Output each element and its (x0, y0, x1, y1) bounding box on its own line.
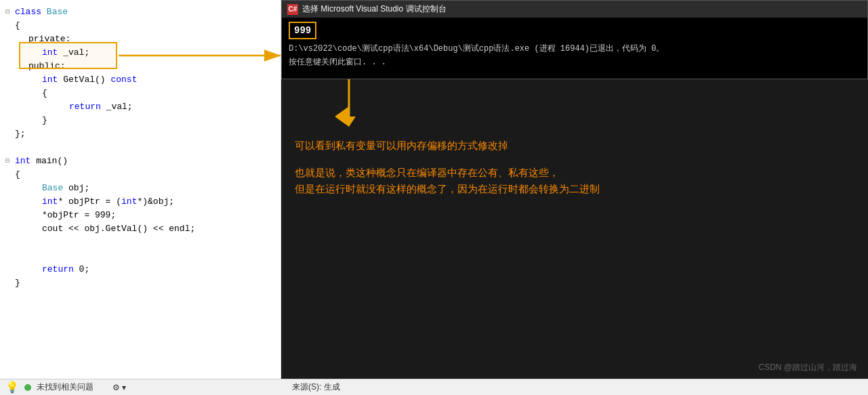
collapse-icon[interactable]: ⊟ (5, 154, 15, 168)
code-text: *objPtr = 999; (15, 209, 278, 222)
code-line: { (0, 168, 281, 182)
down-arrow-container (335, 79, 363, 130)
console-icon: C# (287, 4, 298, 15)
code-text (15, 141, 278, 154)
annotation-block: 可以看到私有变量可以用内存偏移的方式修改掉 (295, 138, 854, 154)
console-path: D:\vs2022\code\测试cpp语法\x64\Debug\测试cpp语法… (289, 42, 861, 56)
console-body: 999 D:\vs2022\code\测试cpp语法\x64\Debug\测试c… (282, 18, 867, 79)
code-text: cout << obj.GetVal() << endl; (15, 222, 278, 236)
collapse-icon (5, 114, 15, 127)
code-line (0, 236, 281, 249)
code-line: ⊟ class Base (0, 5, 281, 19)
code-line: { (0, 19, 281, 33)
csdn-watermark: CSDN @踏过山河，踏过海 (758, 362, 857, 373)
code-line: private: (0, 33, 281, 46)
collapse-icon (5, 209, 15, 222)
code-text: }; (15, 127, 278, 141)
collapse-icon (5, 195, 15, 209)
code-text: int _val; (15, 46, 278, 60)
code-text: } (15, 276, 278, 290)
code-text: Base obj; (15, 182, 278, 195)
gear-icon[interactable]: ⚙ ▾ (112, 383, 126, 392)
code-text: return _val; (15, 100, 278, 114)
code-line: return 0; (0, 263, 281, 276)
console-title: 选择 Microsoft Visual Studio 调试控制台 (302, 3, 447, 15)
status-dot (24, 384, 31, 391)
code-text: } (15, 114, 278, 127)
status-left: 💡 未找到相关问题 ⚙ ▾ (5, 381, 287, 394)
code-line: return _val; (0, 100, 281, 114)
collapse-icon (5, 222, 15, 236)
collapse-icon (5, 141, 15, 154)
code-line: } (0, 276, 281, 290)
annotation-line1: 可以看到私有变量可以用内存偏移的方式修改掉 (295, 138, 854, 154)
code-line: int* objPtr = (int*)&obj; (0, 195, 281, 209)
code-content: ⊟ class Base { private: int _val; pu (0, 0, 281, 295)
collapse-icon (5, 249, 15, 263)
code-line (0, 249, 281, 263)
collapse-icon (5, 19, 15, 33)
collapse-icon (5, 87, 15, 100)
code-line: } (0, 114, 281, 127)
console-close-hint: 按任意键关闭此窗口. . . (289, 56, 861, 69)
collapse-icon (5, 276, 15, 290)
code-line: int GetVal() const (0, 73, 281, 87)
status-no-issues: 未找到相关问题 (37, 381, 94, 393)
code-text: int main() (15, 154, 278, 168)
code-line: int _val; (0, 46, 281, 60)
code-text: int* objPtr = (int*)&obj; (15, 195, 278, 209)
down-arrow-svg (335, 79, 363, 127)
code-text: public: (15, 60, 278, 73)
annotation-block2: 也就是说，类这种概念只在编译器中存在公有、私有这些， 但是在运行时就没有这样的概… (295, 165, 854, 197)
console-window: C# 选择 Microsoft Visual Studio 调试控制台 999 … (281, 0, 868, 79)
annotation-line2: 也就是说，类这种概念只在编译器中存在公有、私有这些， (295, 165, 854, 181)
collapse-icon (5, 182, 15, 195)
collapse-icon (5, 60, 15, 73)
right-panel: C# 选择 Microsoft Visual Studio 调试控制台 999 … (281, 0, 868, 379)
output-999: 999 (289, 22, 316, 39)
code-text: { (15, 168, 278, 182)
collapse-icon (5, 236, 15, 249)
console-titlebar: C# 选择 Microsoft Visual Studio 调试控制台 (282, 1, 867, 18)
lightbulb-icon: 💡 (5, 381, 19, 394)
main-container: ⊟ class Base { private: int _val; pu (0, 0, 868, 379)
code-line: cout << obj.GetVal() << endl; (0, 222, 281, 236)
code-line: Base obj; (0, 182, 281, 195)
code-text: private: (15, 33, 278, 46)
svg-marker-4 (342, 117, 356, 127)
collapse-icon (5, 168, 15, 182)
code-text: { (15, 87, 278, 100)
code-panel: ⊟ class Base { private: int _val; pu (0, 0, 281, 379)
code-text (15, 249, 278, 263)
status-source: 来源(S): 生成 (292, 381, 340, 393)
code-line (0, 141, 281, 154)
collapse-icon (5, 73, 15, 87)
output-value-box: 999 (289, 22, 861, 42)
code-text: class Base (15, 5, 278, 19)
collapse-icon (5, 46, 15, 60)
code-line: }; (0, 127, 281, 141)
collapse-icon[interactable]: ⊟ (5, 5, 15, 19)
code-line: { (0, 87, 281, 100)
status-bar: 💡 未找到相关问题 ⚙ ▾ 来源(S): 生成 (0, 379, 868, 395)
source-label: 来源(S): 生成 (292, 382, 340, 392)
collapse-icon (5, 127, 15, 141)
annotation-line3: 但是在运行时就没有这样的概念了，因为在运行时都会转换为二进制 (295, 181, 854, 197)
collapse-icon (5, 263, 15, 276)
annotation-area: 可以看到私有变量可以用内存偏移的方式修改掉 也就是说，类这种概念只在编译器中存在… (281, 79, 868, 379)
code-text: { (15, 19, 278, 33)
collapse-icon (5, 100, 15, 114)
code-line: ⊟ int main() (0, 154, 281, 168)
code-line: *objPtr = 999; (0, 209, 281, 222)
code-text: int GetVal() const (15, 73, 278, 87)
code-text (15, 236, 278, 249)
code-line: public: (0, 60, 281, 73)
code-text: return 0; (15, 263, 278, 276)
collapse-icon (5, 33, 15, 46)
